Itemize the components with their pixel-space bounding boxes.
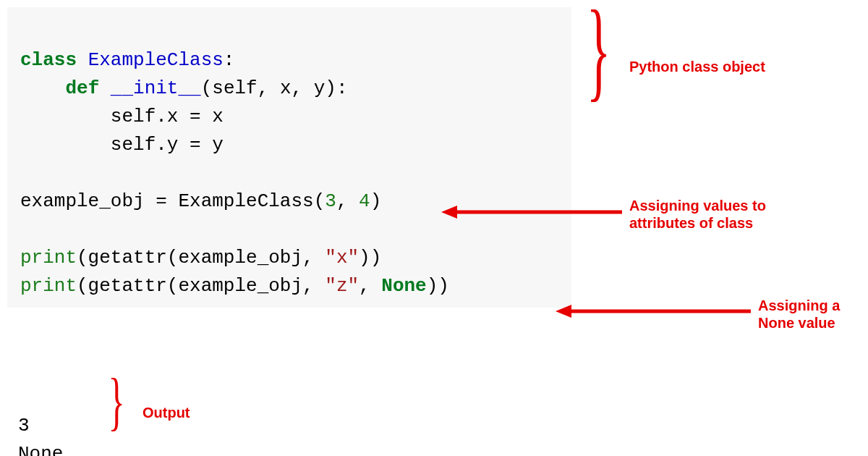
output-block: 3 None <box>18 384 63 456</box>
brace-icon: } <box>109 365 125 438</box>
code-block: class ExampleClass: def __init__(self, x… <box>7 7 571 308</box>
annot-assign-none-l1: Assigning a <box>758 297 840 313</box>
print2-b: (getattr(example_obj, <box>77 275 325 297</box>
annot-assign-values-l2: attributes of class <box>629 215 753 231</box>
print1-b: (getattr(example_obj, <box>77 247 325 269</box>
print2-c: , <box>359 275 381 297</box>
print2-d: )) <box>427 275 449 297</box>
init-name: __init__ <box>111 77 201 99</box>
output-line-1: 3 <box>18 415 30 436</box>
str-x: "x" <box>325 247 359 269</box>
body-line-2: self.y = y <box>111 134 224 156</box>
comma-sp: , <box>336 190 359 212</box>
annot-class-object: Python class object <box>629 58 765 75</box>
annot-assign-values: Assigning values to attributes of class <box>629 197 766 232</box>
print1-c: )) <box>359 247 381 269</box>
annot-assign-none-l2: None value <box>758 315 835 331</box>
num-2: 4 <box>359 190 370 212</box>
close-paren: ) <box>370 190 382 212</box>
annot-assign-values-l1: Assigning values to <box>629 198 766 214</box>
keyword-class: class <box>20 49 77 71</box>
def-sig-tail: (self, x, y): <box>201 77 348 99</box>
print1-call: print <box>20 247 77 269</box>
brace-icon: } <box>587 0 611 113</box>
class-name: ExampleClass <box>88 49 224 71</box>
annot-output: Output <box>142 404 190 421</box>
str-z: "z" <box>325 275 359 297</box>
output-line-2: None <box>18 443 63 456</box>
none-keyword: None <box>381 275 426 297</box>
print2-call: print <box>20 275 77 297</box>
body-line-1: self.x = x <box>111 106 224 127</box>
colon: : <box>224 49 235 71</box>
annot-assign-none: Assigning a None value <box>758 297 840 332</box>
arrow-icon <box>556 300 751 322</box>
obj-line-a: example_obj = ExampleClass( <box>20 190 325 212</box>
keyword-def: def <box>65 77 99 99</box>
num-1: 3 <box>325 190 336 212</box>
